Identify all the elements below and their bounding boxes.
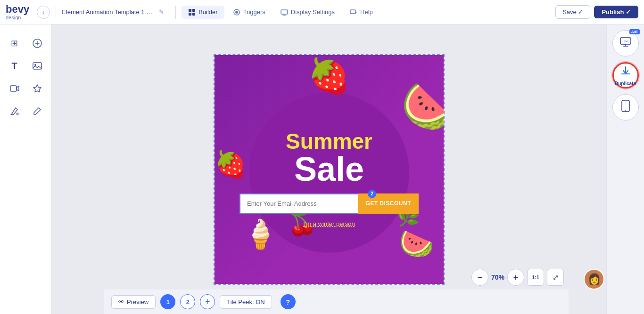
svg-point-15 (625, 110, 626, 111)
page-title: Element Animation Template 1 Copy Cop... (62, 8, 156, 16)
left-sidebar: ⊞ T (0, 24, 52, 314)
tab-display-label: Display Settings (291, 8, 335, 16)
layout-icon[interactable]: ⊞ (5, 34, 24, 53)
save-button[interactable]: Save ✓ (555, 5, 590, 19)
logo-sub: design (6, 15, 21, 20)
duplicate-button[interactable]: Duplicate (612, 62, 639, 89)
zoom-in-button[interactable]: + (507, 269, 524, 286)
form-badge: 2 (368, 190, 376, 198)
tab-triggers[interactable]: Triggers (226, 6, 272, 19)
edit-title-icon[interactable]: ✎ (159, 8, 164, 16)
popup-inner: 🍓 🍉 🍓 🍦 🍒 🍉 🌿 Summer Sale 2 GET DISCOUNT (215, 55, 444, 284)
display-icon (281, 8, 288, 16)
logo-brand: bevy (6, 4, 29, 15)
email-input[interactable] (239, 193, 358, 214)
winter-link[interactable]: I'm a winter person (303, 220, 355, 227)
tab-display[interactable]: Display Settings (274, 6, 341, 19)
nav-right-actions: Save ✓ Publish ✓ (555, 5, 638, 19)
tab-builder-label: Builder (198, 8, 217, 16)
help-button[interactable]: ? (281, 294, 296, 309)
nav-tabs: Builder Triggers Display Settings Help (182, 6, 552, 19)
nav-divider-2 (175, 6, 176, 19)
zoom-value: 70% (491, 274, 504, 281)
svg-point-12 (16, 113, 19, 115)
canvas-area[interactable]: 🍓 🍉 🍓 🍦 🍒 🍉 🌿 Summer Sale 2 GET DISCOUNT (52, 24, 606, 314)
help-nav-icon (350, 8, 357, 16)
right-sidebar: A/B Duplicate (606, 24, 644, 314)
desktop-icon (619, 35, 632, 51)
fill-color-icon[interactable] (5, 102, 24, 121)
builder-icon (188, 8, 196, 16)
main-layout: ⊞ T (0, 24, 644, 314)
ab-badge: A/B (629, 29, 640, 34)
zoom-controls: − 70% + 1:1 ⤢ (471, 269, 564, 286)
video-icon[interactable] (5, 79, 24, 98)
top-navigation: bevy design ‹ Element Animation Template… (0, 0, 644, 24)
page-1-button[interactable]: 1 (160, 294, 175, 309)
bottom-bar: 👁 Preview 1 2 + Tile Peek: ON ? (104, 290, 569, 314)
image-icon[interactable] (28, 56, 47, 75)
tab-help-label: Help (360, 8, 373, 16)
desktop-preview-button[interactable]: A/B (612, 30, 639, 56)
page-2-button[interactable]: 2 (180, 294, 195, 309)
strawberry-left-deco: 🍓 (215, 149, 247, 180)
summer-text: Summer (286, 130, 372, 152)
tab-builder[interactable]: Builder (182, 6, 224, 19)
publish-button[interactable]: Publish ✓ (594, 6, 638, 18)
mobile-preview-button[interactable] (612, 94, 639, 121)
back-button[interactable]: ‹ (37, 6, 50, 19)
svg-rect-7 (350, 10, 355, 14)
watermelon-bottom-deco: 🍉 (399, 227, 434, 260)
triggers-icon (233, 8, 240, 16)
svg-point-4 (235, 11, 238, 14)
get-discount-button[interactable]: GET DISCOUNT (358, 193, 419, 214)
logo: bevy design (6, 4, 29, 20)
popsicle-deco: 🍦 (243, 217, 278, 251)
add-element-icon[interactable] (28, 34, 47, 53)
watermelon-right-deco: 🍉 (393, 76, 444, 140)
svg-rect-11 (10, 86, 17, 91)
star-icon[interactable] (28, 79, 47, 98)
email-form[interactable]: 2 GET DISCOUNT (239, 193, 419, 214)
sale-text-area: Summer Sale (286, 130, 372, 186)
nav-divider-1 (56, 6, 56, 19)
preview-button[interactable]: 👁 Preview (111, 295, 156, 309)
svg-rect-9 (33, 63, 41, 69)
tab-help[interactable]: Help (343, 6, 380, 19)
download-icon (620, 65, 631, 79)
duplicate-label: Duplicate (615, 81, 636, 86)
svg-rect-0 (189, 9, 191, 12)
sidebar-tools: ⊞ T (1, 30, 50, 124)
strawberry-top-deco: 🍓 (308, 56, 350, 96)
page-title-area: Element Animation Template 1 Copy Cop...… (62, 8, 164, 16)
svg-rect-3 (192, 13, 195, 16)
svg-rect-1 (192, 9, 195, 12)
text-icon[interactable]: T (5, 56, 24, 75)
sale-text: Sale (286, 152, 372, 186)
svg-rect-2 (189, 13, 191, 16)
desktop-tool-wrapper: A/B (612, 30, 639, 56)
mobile-icon (620, 99, 631, 115)
tile-peek-button[interactable]: Tile Peek: ON (220, 295, 272, 309)
expand-button[interactable]: ⤢ (547, 269, 564, 286)
eye-icon: 👁 (118, 298, 124, 306)
ratio-button[interactable]: 1:1 (527, 269, 544, 286)
preview-label: Preview (127, 298, 149, 306)
pen-edit-icon[interactable] (28, 102, 47, 121)
user-avatar[interactable]: 👩 (584, 269, 604, 290)
tab-triggers-label: Triggers (243, 8, 265, 16)
duplicate-tool-wrapper: Duplicate (612, 62, 639, 89)
add-page-button[interactable]: + (200, 294, 215, 309)
mobile-tool-wrapper (612, 94, 639, 121)
user-avatar-area: 👩 (584, 269, 604, 290)
popup-card[interactable]: 🍓 🍉 🍓 🍦 🍒 🍉 🌿 Summer Sale 2 GET DISCOUNT (214, 54, 445, 285)
zoom-out-button[interactable]: − (471, 269, 488, 286)
svg-rect-6 (281, 10, 288, 14)
